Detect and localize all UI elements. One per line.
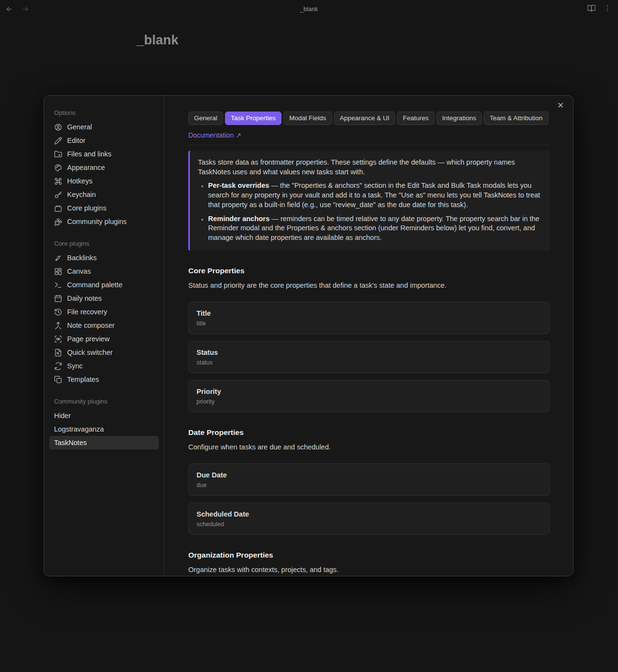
sidebar-item-keychain[interactable]: Keychain [49, 188, 159, 201]
sidebar-item-files-and-links[interactable]: Files and links [49, 147, 159, 161]
section-organization-properties: Organization Properties Organize tasks w… [188, 551, 550, 576]
file-search-icon [54, 349, 62, 357]
box-icon [54, 204, 62, 212]
tab-integrations[interactable]: Integrations [436, 112, 482, 125]
documentation-link[interactable]: Documentation ↗ [188, 131, 241, 139]
property-card-label: Status [197, 348, 542, 357]
tab-modal-fields[interactable]: Modal Fields [283, 112, 332, 125]
content-divider [188, 145, 550, 145]
sidebar-item-label: Core plugins [67, 204, 106, 212]
property-card-label: Priority [197, 387, 542, 396]
refresh-icon [54, 362, 62, 370]
section-title: Organization Properties [188, 551, 550, 560]
user-circle-icon [54, 123, 62, 131]
command-icon [54, 177, 62, 185]
sidebar-item-hotkeys[interactable]: Hotkeys [49, 174, 159, 188]
sidebar-item-core-plugins[interactable]: Core plugins [49, 201, 159, 215]
sidebar-item-label: Canvas [67, 267, 91, 275]
tab-task-properties[interactable]: Task Properties [225, 112, 281, 125]
book-open-icon [587, 4, 596, 13]
sidebar-item-appearance[interactable]: Appearance [49, 161, 159, 174]
sidebar-item-label: Page preview [67, 335, 110, 343]
tab-appearance-ui[interactable]: Appearance & UI [334, 112, 395, 125]
folder-icon [54, 150, 62, 158]
sidebar-item-label: Hotkeys [67, 177, 92, 185]
sidebar-item-label: Files and links [67, 150, 112, 158]
more-options-button[interactable] [604, 4, 611, 12]
callout-intro: Tasks store data as frontmatter properti… [198, 158, 540, 177]
property-card-label: Due Date [197, 470, 542, 480]
merge-icon [54, 322, 62, 330]
sidebar-item-quick-switcher[interactable]: Quick switcher [49, 346, 159, 359]
reading-view-button[interactable] [587, 4, 596, 13]
property-card-value: status [197, 359, 542, 367]
sidebar-item-label: Editor [67, 137, 85, 144]
pencil-icon [54, 137, 62, 145]
sidebar-item-label: Daily notes [67, 294, 102, 302]
sidebar-item-label: Sync [67, 362, 83, 370]
sidebar-item-command-palette[interactable]: Command palette [49, 278, 159, 292]
property-card-value: scheduled [197, 520, 542, 529]
sidebar-item-label: Community plugins [67, 218, 126, 225]
property-card-scheduled-date[interactable]: Scheduled Date scheduled [188, 503, 550, 535]
sidebar-item-label: Appearance [67, 164, 105, 171]
property-card-label: Scheduled Date [197, 509, 542, 519]
sidebar-item-general[interactable]: General [49, 120, 159, 134]
section-title: Date Properties [188, 428, 550, 437]
note-inline-title: _blank [137, 33, 179, 48]
settings-content: General Task Properties Modal Fields App… [165, 96, 573, 576]
section-title: Core Properties [188, 266, 550, 275]
settings-tab-bar: General Task Properties Modal Fields App… [188, 112, 550, 125]
sidebar-item-label: Backlinks [67, 254, 97, 262]
sidebar-item-editor[interactable]: Editor [49, 134, 159, 147]
callout-bullet: Per-task overrides — the "Properties & a… [208, 181, 540, 210]
calendar-icon [54, 294, 62, 303]
property-card-status[interactable]: Status status [188, 341, 550, 373]
close-icon: ✕ [557, 100, 564, 111]
section-date-properties: Date Properties Configure when tasks are… [188, 428, 550, 535]
sidebar-item-canvas[interactable]: Canvas [49, 265, 159, 278]
sidebar-item-label: General [67, 123, 92, 131]
history-icon [54, 308, 62, 316]
section-core-properties: Core Properties Status and priority are … [188, 266, 550, 412]
tab-team-attribution[interactable]: Team & Attribution [484, 112, 548, 125]
sidebar-item-file-recovery[interactable]: File recovery [49, 305, 159, 319]
sidebar-header-community-plugins: Community plugins [54, 398, 154, 406]
tab-features[interactable]: Features [397, 112, 434, 125]
tab-general[interactable]: General [188, 112, 223, 125]
sidebar-item-backlinks[interactable]: Backlinks [49, 251, 159, 265]
property-card-due-date[interactable]: Due Date due [188, 463, 550, 496]
sidebar-item-label: Hider [54, 412, 71, 420]
sidebar-item-label: Note composer [67, 322, 114, 329]
sidebar-item-label: Logstravaganza [54, 425, 104, 433]
link-icon [54, 254, 62, 262]
sidebar-item-note-composer[interactable]: Note composer [49, 319, 159, 332]
sidebar-item-daily-notes[interactable]: Daily notes [49, 292, 159, 305]
settings-modal: ✕ Options General Editor Files and links… [43, 95, 574, 576]
property-card-value: due [197, 481, 542, 490]
sidebar-item-tasknotes[interactable]: TaskNotes [49, 436, 159, 449]
sidebar-item-page-preview[interactable]: Page preview [49, 332, 159, 346]
sidebar-item-label: Templates [67, 376, 99, 383]
sidebar-item-label: Command palette [67, 281, 122, 289]
sidebar-header-options: Options [54, 109, 154, 117]
sidebar-item-hider[interactable]: Hider [49, 409, 159, 422]
sidebar-item-label: TaskNotes [54, 439, 87, 447]
property-card-priority[interactable]: Priority priority [188, 380, 550, 412]
callout-bullet: Reminder anchors — reminders can be time… [208, 214, 540, 243]
section-description: Configure when tasks are due and schedul… [188, 443, 550, 451]
sidebar-item-templates[interactable]: Templates [49, 373, 159, 386]
sidebar-item-logstravaganza[interactable]: Logstravaganza [49, 422, 159, 436]
sidebar-item-sync[interactable]: Sync [49, 359, 159, 373]
sidebar-item-community-plugins[interactable]: Community plugins [49, 215, 159, 228]
modal-close-button[interactable]: ✕ [554, 98, 567, 112]
sidebar-item-label: Quick switcher [67, 349, 112, 356]
settings-sidebar: Options General Editor Files and links A… [44, 96, 165, 576]
section-description: Status and priority are the core propert… [188, 281, 550, 289]
palette-icon [54, 164, 62, 172]
property-card-label: Title [197, 308, 542, 318]
property-card-value: priority [197, 398, 542, 406]
window-tab-title: _blank [0, 6, 618, 13]
sidebar-header-core-plugins: Core plugins [54, 240, 154, 248]
property-card-title[interactable]: Title title [188, 302, 550, 334]
